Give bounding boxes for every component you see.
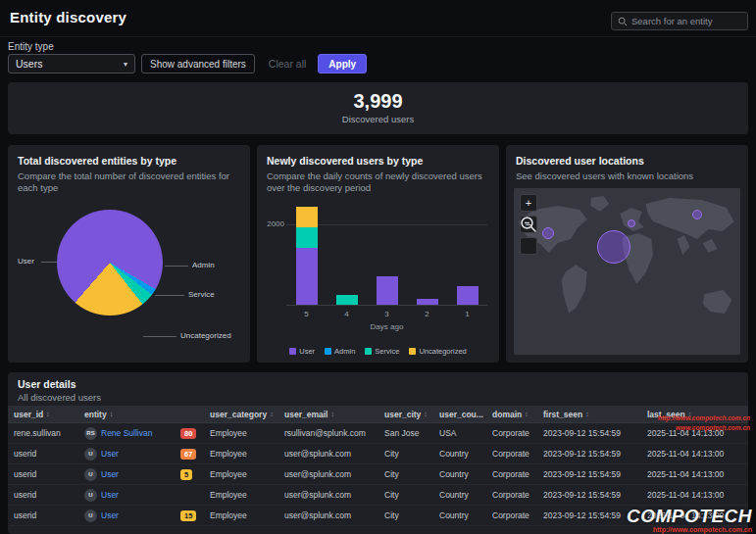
user-location-bubble[interactable] — [692, 210, 702, 219]
map-panel: Discovered user locations See discovered… — [506, 145, 748, 363]
column-header-user_id[interactable]: user_id↕ — [8, 410, 78, 419]
stat-label: Discovered users — [8, 114, 748, 124]
cell-first_seen: 2023-09-12 15:54:59 — [537, 428, 641, 438]
cell-entity: UUser — [78, 489, 175, 502]
column-label: first_seen — [543, 410, 582, 419]
cell-user_id: userid — [8, 469, 78, 479]
search-icon — [618, 17, 628, 26]
risk-badge: 5 — [180, 469, 192, 480]
cell-user_email: user@splunk.com — [278, 490, 378, 500]
bar-day-3[interactable] — [377, 276, 398, 305]
user-table: user_id↕entity↕user_category↕user_email↕… — [8, 406, 748, 526]
column-header-user_email[interactable]: user_email↕ — [278, 410, 378, 419]
cell-user_email: user@splunk.com — [278, 510, 378, 520]
avatar: U — [84, 510, 97, 522]
cell-domain: Corporate — [486, 490, 537, 500]
legend-item-uncategorized[interactable]: Uncategorized — [409, 347, 466, 356]
cell-last_seen: 2025-11-04 14:13:00 — [641, 490, 748, 500]
pie-label-service: Service — [188, 290, 215, 299]
cell-last_seen: 2025-11-04 14:13:00 — [641, 510, 748, 520]
cell-domain: Corporate — [486, 510, 537, 520]
legend-item-service[interactable]: Service — [365, 347, 399, 356]
entity-link[interactable]: Rene Sullivan — [101, 428, 152, 438]
entity-discovery-page: Entity discovery Entity type Users ▾ Sho… — [0, 0, 756, 534]
avatar: RS — [84, 427, 97, 440]
bar-segment-user — [417, 299, 438, 305]
y-axis-tick: 2000 — [259, 219, 284, 228]
risk-badge: 80 — [180, 428, 196, 439]
user-location-bubble[interactable] — [542, 227, 554, 239]
map-panel-title: Discovered user locations — [516, 155, 738, 167]
column-label: last_seen — [647, 410, 685, 419]
column-header-first_seen[interactable]: first_seen↕ — [537, 410, 641, 419]
user-location-bubble[interactable] — [628, 219, 635, 227]
avatar: U — [84, 489, 97, 502]
bar-day-5[interactable] — [296, 207, 318, 305]
x-tick-1: 1 — [457, 310, 479, 318]
column-header-last_seen[interactable]: last_seen↕ — [641, 410, 748, 419]
bar-panel-subtitle: Compare the daily counts of newly discov… — [267, 170, 484, 195]
cell-user_category: Employee — [204, 510, 278, 520]
user-details-panel: User details All discovered users user_i… — [8, 372, 748, 534]
x-tick-3: 3 — [377, 310, 398, 318]
clear-all-button[interactable]: Clear all — [269, 58, 307, 70]
bar-day-1[interactable] — [457, 286, 479, 305]
cell-last_seen: 2025-11-04 14:13:00 — [641, 449, 748, 459]
stat-value: 3,999 — [8, 90, 748, 113]
entity-search[interactable] — [611, 12, 748, 30]
table-title: User details — [18, 378, 76, 390]
bar-day-4[interactable] — [336, 295, 358, 305]
column-label: user_city — [384, 410, 421, 419]
cell-domain: Corporate — [486, 428, 537, 438]
pie-label-uncategorized: Uncategorized — [180, 331, 231, 340]
column-header-domain[interactable]: domain↕ — [486, 410, 537, 419]
x-tick-2: 2 — [417, 310, 438, 318]
search-input[interactable] — [631, 16, 741, 26]
legend-item-user[interactable]: User — [289, 347, 315, 356]
pie-leader-line — [143, 336, 176, 337]
sort-icon: ↕ — [110, 411, 114, 417]
advanced-filters-button[interactable]: Show advanced filters — [141, 54, 255, 73]
entity-type-value: Users — [16, 58, 42, 70]
entity-link[interactable]: User — [101, 469, 119, 479]
column-header-user_country[interactable]: user_cou...↕ — [433, 410, 486, 419]
sort-icon: ↕ — [270, 411, 274, 417]
column-header-user_category[interactable]: user_category↕ — [204, 410, 278, 419]
zoom-reset-button[interactable] — [520, 237, 537, 255]
bar-day-2[interactable] — [417, 299, 438, 305]
magnifier-minus-icon — [520, 194, 537, 255]
bars — [286, 204, 487, 305]
cell-first_seen: 2023-09-12 15:54:59 — [537, 510, 641, 520]
column-header-user_city[interactable]: user_city↕ — [378, 410, 433, 419]
apply-button[interactable]: Apply — [318, 54, 367, 73]
bar-segment-user — [296, 248, 318, 305]
cell-first_seen: 2023-09-12 15:54:59 — [537, 490, 641, 500]
cell-last_seen: 2025-11-04 14:13:00 — [641, 428, 748, 438]
legend-label: Admin — [334, 347, 355, 356]
cell-entity: UUser — [78, 510, 175, 522]
entity-type-select[interactable]: Users ▾ — [8, 54, 135, 73]
column-header-entity[interactable]: entity↕ — [78, 410, 175, 419]
legend-swatch — [409, 348, 416, 355]
table-row: useridUUser5Employeeuser@splunk.comCityC… — [8, 464, 748, 485]
legend-swatch — [365, 348, 372, 355]
sort-icon: ↕ — [688, 411, 692, 417]
cell-first_seen: 2023-09-12 15:54:59 — [537, 449, 641, 459]
legend-item-admin[interactable]: Admin — [325, 347, 355, 356]
user-location-bubble[interactable] — [597, 230, 630, 264]
chart-legend: UserAdminServiceUncategorized — [257, 347, 499, 356]
cell-user_id: userid — [8, 510, 78, 520]
map-panel-subtitle: See discovered users with known location… — [516, 170, 733, 182]
cell-user_id: userid — [8, 449, 78, 459]
bar-segment-uncategorized — [296, 207, 318, 227]
entity-link[interactable]: User — [101, 510, 119, 520]
pie-chart[interactable] — [57, 210, 163, 316]
bar-chart[interactable]: 2000 — [286, 204, 487, 306]
world-map[interactable]: + − — [514, 188, 740, 355]
entity-link[interactable]: User — [101, 490, 119, 500]
avatar: U — [84, 448, 97, 461]
entity-link[interactable]: User — [101, 449, 119, 459]
cell-badge: 67 — [175, 449, 204, 460]
pie-label-user: User — [18, 257, 34, 266]
table-subtitle: All discovered users — [18, 392, 101, 403]
